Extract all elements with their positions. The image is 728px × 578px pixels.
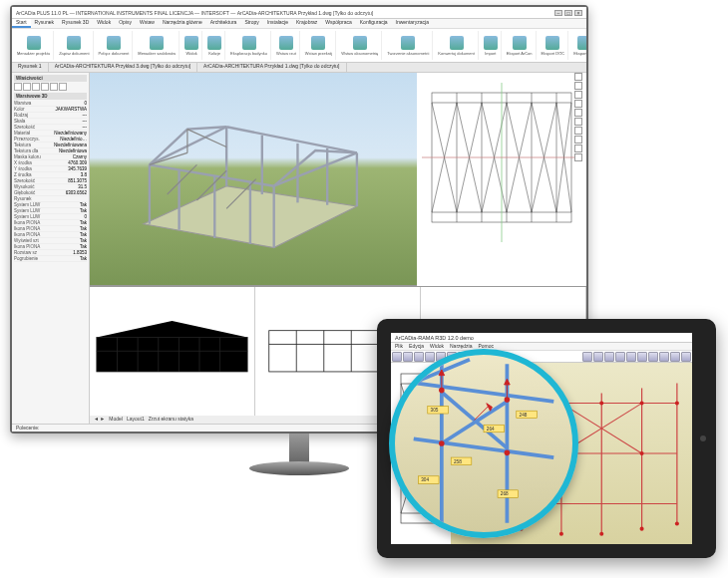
prop-key: Maska koloru: [14, 154, 51, 159]
ribbon-tab[interactable]: Wstaw: [136, 19, 159, 28]
menu-item[interactable]: Plik: [395, 343, 403, 350]
tool-icon[interactable]: [59, 83, 67, 91]
tool-icon[interactable]: [574, 153, 582, 161]
elevation-viewport[interactable]: [90, 287, 255, 416]
ribbon-button[interactable]: Tworzenie aksonometrii: [384, 31, 433, 60]
close-button[interactable]: ×: [574, 10, 582, 16]
prop-value: Tak: [51, 244, 88, 249]
ribbon-button[interactable]: Menadżer szablonów: [135, 31, 180, 60]
svg-point-91: [675, 402, 679, 406]
prop-value: [51, 196, 88, 201]
ribbon-button[interactable]: Zapisz dokument: [56, 31, 93, 60]
tool-icon[interactable]: [14, 83, 22, 91]
ribbon-tabs: Start Rysunek Rysunek 3D Widok Opisy Wst…: [12, 19, 586, 29]
tool-icon[interactable]: [637, 352, 647, 362]
tool-icon[interactable]: [582, 352, 592, 362]
ribbon-tab[interactable]: Widok: [93, 19, 115, 28]
tool-icon[interactable]: [670, 352, 680, 362]
prop-value: Niezdefiniowana: [51, 143, 88, 147]
tool-icon[interactable]: [604, 352, 614, 362]
prop-key: Szerokość: [14, 125, 51, 130]
ribbon-tab[interactable]: Opisy: [115, 19, 136, 28]
prop-key: Ikona PIONA: [14, 232, 51, 237]
prop-value: Tak: [51, 226, 88, 231]
ribbon-button[interactable]: Wstaw przekrój: [302, 31, 336, 60]
model-tab[interactable]: ◄ ►: [94, 416, 105, 424]
ribbon-tab[interactable]: Instalacje: [263, 19, 292, 28]
tool-icon[interactable]: [574, 118, 582, 126]
ribbon-tab[interactable]: Architektura: [206, 19, 241, 28]
model-tab[interactable]: Model: [109, 416, 123, 424]
wireframe-plan: [417, 73, 586, 272]
prop-value: Tak: [51, 220, 88, 225]
ribbon-button[interactable]: Eksploracja budynku: [227, 31, 271, 60]
tool-icon[interactable]: [574, 73, 582, 81]
prop-value: 851.3075: [51, 178, 88, 183]
model-tab[interactable]: Layout1: [127, 416, 145, 424]
tool-icon[interactable]: [32, 83, 40, 91]
document-tab[interactable]: Rysunek 1: [12, 63, 49, 72]
tool-icon[interactable]: [681, 352, 691, 362]
document-tab[interactable]: ArCADia-ARCHITEKTURA Przykład 3.dwg [Tyl…: [49, 63, 197, 72]
tool-icon[interactable]: [41, 83, 49, 91]
ribbon-tab[interactable]: Konfiguracja: [356, 19, 392, 28]
menu-item[interactable]: Edycja: [409, 343, 424, 350]
ribbon-button[interactable]: Eksport OBJ: [570, 31, 586, 60]
ribbon-tab[interactable]: Rysunek 3D: [58, 19, 93, 28]
tool-icon[interactable]: [574, 144, 582, 152]
ribbon-tab[interactable]: Krajobraz: [292, 19, 321, 28]
prop-value: JAKWARSTWA: [51, 107, 88, 112]
tool-icon[interactable]: [392, 352, 402, 362]
ribbon-icon: [184, 36, 198, 50]
document-tab[interactable]: ArCADia-ARCHITEKTURA Przykład 1.dwg [Tyl…: [197, 63, 346, 72]
ribbon-button[interactable]: Konwertuj dokument: [435, 31, 478, 60]
tool-icon[interactable]: [425, 352, 435, 362]
ribbon-label: Zapisz dokument: [59, 51, 89, 56]
tool-icon[interactable]: [574, 100, 582, 108]
tool-icon[interactable]: [593, 352, 603, 362]
ribbon-tab[interactable]: Inwentaryzacja: [392, 19, 433, 28]
model-tab[interactable]: Zrzut ekranu statyka: [149, 416, 193, 424]
prop-key: Materiał: [14, 131, 51, 136]
ribbon-button[interactable]: Kolizje: [204, 31, 225, 60]
tool-icon[interactable]: [403, 352, 413, 362]
3d-viewport[interactable]: [90, 73, 417, 286]
tool-icon[interactable]: [23, 83, 31, 91]
tool-icon[interactable]: [50, 83, 58, 91]
ribbon-button[interactable]: Eksport DOC: [539, 31, 569, 60]
ribbon-label: Wstaw rzut: [276, 51, 296, 56]
tool-icon[interactable]: [626, 352, 636, 362]
tool-icon[interactable]: [659, 352, 669, 362]
ribbon-button[interactable]: Wstaw aksonometrię: [338, 31, 382, 60]
ribbon-tab[interactable]: Rysunek: [31, 19, 58, 28]
ribbon-icon: [353, 36, 367, 50]
command-line[interactable]: Polecenie:: [16, 425, 39, 432]
minimize-button[interactable]: –: [554, 10, 562, 16]
tool-icon[interactable]: [574, 109, 582, 117]
tool-icon[interactable]: [574, 127, 582, 135]
2d-plan-viewport[interactable]: [417, 73, 586, 286]
ribbon-tab[interactable]: Współpraca: [321, 19, 355, 28]
tool-icon[interactable]: [574, 91, 582, 99]
tool-icon[interactable]: [615, 352, 625, 362]
ribbon-tab[interactable]: Narzędzia główne: [159, 19, 206, 28]
ribbon-button[interactable]: Eksport ArCon: [504, 31, 537, 60]
prop-key: Ikona PIONA: [14, 220, 51, 225]
ribbon-tab[interactable]: Stropy: [240, 19, 262, 28]
ribbon-tab[interactable]: Start: [12, 19, 31, 28]
prop-value: 0: [51, 101, 88, 106]
property-row[interactable]: PogrubienieTak: [14, 256, 87, 262]
ribbon-button[interactable]: Menadżer projektu: [14, 31, 54, 60]
tool-icon[interactable]: [648, 352, 658, 362]
ribbon-button[interactable]: Połącz dokument: [96, 31, 134, 60]
tool-icon[interactable]: [414, 352, 424, 362]
ribbon-label: Eksport DOC: [542, 51, 565, 56]
maximize-button[interactable]: □: [564, 10, 572, 16]
tool-icon[interactable]: [574, 136, 582, 144]
ribbon-button[interactable]: Wstaw rzut: [273, 31, 300, 60]
tool-icon[interactable]: [574, 82, 582, 90]
ribbon-button[interactable]: Widok: [182, 31, 202, 60]
menu-item[interactable]: Widok: [430, 343, 444, 350]
menu-item[interactable]: Narzędzia: [450, 343, 473, 350]
ribbon-button[interactable]: Import: [481, 31, 502, 60]
